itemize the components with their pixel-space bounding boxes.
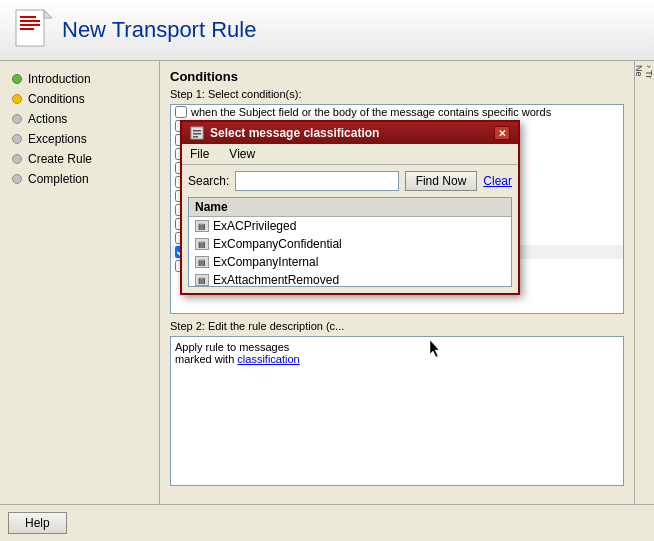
step2-line1: Apply rule to messages xyxy=(175,341,619,353)
item-icon-m3: ▤ xyxy=(195,256,209,268)
svg-rect-9 xyxy=(193,136,198,138)
step2-line2: marked with classification xyxy=(175,353,619,365)
modal-find-now-button[interactable]: Find Now xyxy=(405,171,478,191)
sidebar-dot-conditions xyxy=(12,94,22,104)
modal-icon xyxy=(190,126,204,140)
right-panel-ne1: Ne xyxy=(634,65,644,504)
sidebar-label-completion: Completion xyxy=(28,172,89,186)
modal-list-header: Name xyxy=(189,198,511,217)
modal-dialog: Select message classification ✕ File Vie… xyxy=(180,120,520,295)
right-panel: › Tr Ne Ne xyxy=(634,61,654,504)
modal-search-row: Search: Find Now Clear xyxy=(188,171,512,191)
svg-marker-1 xyxy=(44,10,52,18)
modal-menu-view[interactable]: View xyxy=(225,146,259,162)
sidebar-label-create-rule: Create Rule xyxy=(28,152,92,166)
item-icon-m1: ▤ xyxy=(195,220,209,232)
condition-checkbox-c1[interactable] xyxy=(175,106,187,118)
sidebar-label-conditions: Conditions xyxy=(28,92,85,106)
modal-list-item-m2[interactable]: ▤ ExCompanyConfidential xyxy=(189,235,511,253)
sidebar-item-introduction[interactable]: Introduction xyxy=(0,69,159,89)
classification-link[interactable]: classification xyxy=(237,353,299,365)
svg-rect-7 xyxy=(193,130,201,132)
step1-label: Step 1: Select condition(s): xyxy=(170,88,624,100)
modal-title-text: Select message classification xyxy=(210,126,379,140)
step2-label: Step 2: Edit the rule description (c... xyxy=(170,320,624,332)
sidebar-dot-completion xyxy=(12,174,22,184)
help-button[interactable]: Help xyxy=(8,512,67,534)
svg-rect-3 xyxy=(20,20,40,22)
page-title: New Transport Rule xyxy=(62,17,256,43)
sidebar-label-exceptions: Exceptions xyxy=(28,132,87,146)
modal-item-label-m1: ExACPrivileged xyxy=(213,219,296,233)
sidebar-dot-introduction xyxy=(12,74,22,84)
modal-body: Search: Find Now Clear Name ▤ ExACPrivil… xyxy=(182,165,518,293)
title-bar: New Transport Rule xyxy=(0,0,654,61)
modal-list-item-m1[interactable]: ▤ ExACPrivileged xyxy=(189,217,511,235)
right-panel-tr: › Tr xyxy=(644,65,654,504)
modal-list-item-m4[interactable]: ▤ ExAttachmentRemoved xyxy=(189,271,511,287)
conditions-section-title: Conditions xyxy=(170,69,624,84)
modal-search-label: Search: xyxy=(188,174,229,188)
svg-rect-4 xyxy=(20,24,40,26)
modal-close-button[interactable]: ✕ xyxy=(494,126,510,140)
svg-rect-8 xyxy=(193,133,201,135)
modal-titlebar: Select message classification ✕ xyxy=(182,122,518,144)
step2-section: Step 2: Edit the rule description (c... … xyxy=(170,320,624,486)
sidebar-dot-exceptions xyxy=(12,134,22,144)
sidebar-item-exceptions[interactable]: Exceptions xyxy=(0,129,159,149)
app-icon xyxy=(12,8,52,52)
sidebar-item-actions[interactable]: Actions xyxy=(0,109,159,129)
svg-rect-2 xyxy=(20,16,36,18)
item-icon-m2: ▤ xyxy=(195,238,209,250)
modal-menu-file[interactable]: File xyxy=(186,146,213,162)
modal-item-label-m2: ExCompanyConfidential xyxy=(213,237,342,251)
modal-clear-link[interactable]: Clear xyxy=(483,174,512,188)
sidebar-label-introduction: Introduction xyxy=(28,72,91,86)
sidebar-dot-create-rule xyxy=(12,154,22,164)
sidebar: Introduction Conditions Actions Exceptio… xyxy=(0,61,160,504)
modal-item-label-m3: ExCompanyInternal xyxy=(213,255,318,269)
condition-item-c1: when the Subject field or the body of th… xyxy=(171,105,623,119)
sidebar-label-actions: Actions xyxy=(28,112,67,126)
modal-menubar: File View xyxy=(182,144,518,165)
modal-list: Name ▤ ExACPrivileged ▤ ExCompanyConfide… xyxy=(188,197,512,287)
svg-rect-5 xyxy=(20,28,34,30)
modal-list-item-m3[interactable]: ▤ ExCompanyInternal xyxy=(189,253,511,271)
item-icon-m4: ▤ xyxy=(195,274,209,286)
modal-item-label-m4: ExAttachmentRemoved xyxy=(213,273,339,287)
sidebar-item-conditions[interactable]: Conditions xyxy=(0,89,159,109)
condition-label-c1: when the Subject field or the body of th… xyxy=(191,106,551,118)
modal-search-input[interactable] xyxy=(235,171,398,191)
sidebar-dot-actions xyxy=(12,114,22,124)
modal-title-area: Select message classification xyxy=(190,126,379,140)
step2-box: Apply rule to messages marked with class… xyxy=(170,336,624,486)
sidebar-item-create-rule[interactable]: Create Rule xyxy=(0,149,159,169)
sidebar-item-completion[interactable]: Completion xyxy=(0,169,159,189)
footer: Help xyxy=(0,504,654,540)
